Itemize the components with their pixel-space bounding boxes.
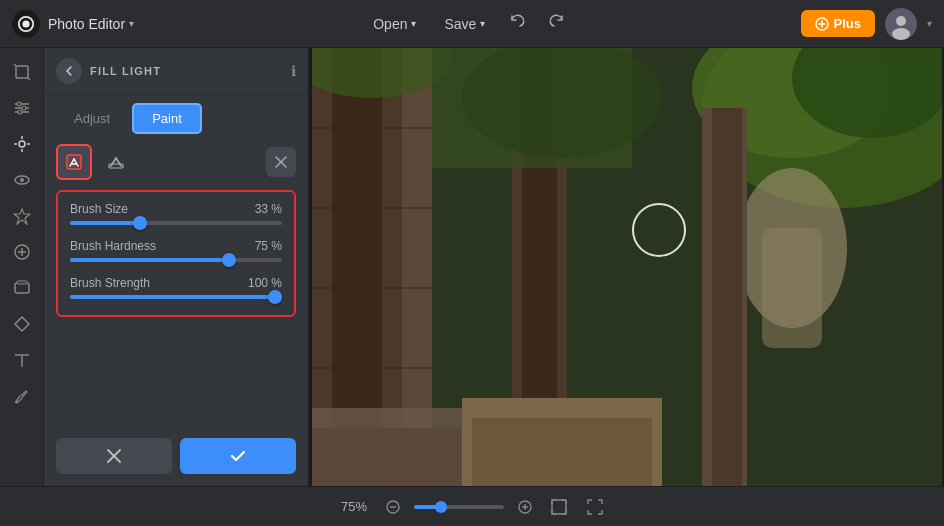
svg-point-13: [22, 106, 26, 110]
tab-paint-label: Paint: [152, 111, 182, 126]
undo-button[interactable]: [503, 8, 533, 39]
sidebar-item-effects[interactable]: [6, 128, 38, 160]
svg-rect-6: [16, 66, 28, 78]
svg-marker-22: [14, 209, 30, 224]
app-logo: [12, 10, 40, 38]
brush-strength-label: Brush Strength: [70, 276, 150, 290]
brush-tool-button[interactable]: [56, 144, 92, 180]
svg-point-21: [20, 178, 24, 182]
brush-size-thumb[interactable]: [133, 216, 147, 230]
save-label: Save: [444, 16, 476, 32]
panel-actions: [44, 426, 308, 486]
tab-adjust[interactable]: Adjust: [56, 103, 128, 134]
open-button[interactable]: Open ▾: [363, 12, 426, 36]
ok-button[interactable]: [180, 438, 296, 474]
sidebar-item-overlay[interactable]: [6, 308, 38, 340]
brush-size-fill: [70, 221, 140, 225]
brush-hardness-fill: [70, 258, 229, 262]
brush-hardness-value: 75 %: [255, 239, 282, 253]
panel-title: FILL LIGHT: [90, 65, 283, 77]
svg-point-4: [896, 16, 906, 26]
app-name: Photo Editor ▾: [48, 16, 134, 32]
photo-background: [312, 48, 942, 486]
brush-hardness-thumb[interactable]: [222, 253, 236, 267]
sidebar-item-favorites[interactable]: [6, 200, 38, 232]
svg-line-7: [14, 64, 16, 66]
panel-header: FILL LIGHT ℹ: [44, 48, 308, 95]
tab-paint[interactable]: Paint: [132, 103, 202, 134]
brush-size-value: 33 %: [255, 202, 282, 216]
app-name-text: Photo Editor: [48, 16, 125, 32]
left-sidebar: [0, 48, 44, 486]
plus-label: Plus: [834, 16, 861, 31]
panel-back-button[interactable]: [56, 58, 82, 84]
redo-button[interactable]: [541, 8, 571, 39]
photo-container: [312, 48, 942, 486]
svg-point-12: [17, 102, 21, 106]
svg-point-15: [19, 141, 25, 147]
brush-strength-thumb[interactable]: [268, 290, 282, 304]
info-icon[interactable]: ℹ: [291, 63, 296, 79]
fullscreen-button[interactable]: [582, 494, 608, 520]
canvas-area[interactable]: [309, 48, 944, 486]
brush-size-track[interactable]: [70, 221, 282, 225]
sidebar-item-brush[interactable]: [6, 380, 38, 412]
save-button[interactable]: Save ▾: [434, 12, 495, 36]
brush-strength-track[interactable]: [70, 295, 282, 299]
plus-button[interactable]: Plus: [801, 10, 875, 37]
bottom-bar: 75%: [0, 486, 944, 526]
save-chevron-icon: ▾: [480, 18, 485, 29]
sidebar-item-adjust[interactable]: [6, 92, 38, 124]
panel-tabs: Adjust Paint: [44, 95, 308, 134]
sidebar-item-layers[interactable]: [6, 272, 38, 304]
open-label: Open: [373, 16, 407, 32]
open-chevron-icon: ▾: [411, 18, 416, 29]
fit-to-screen-button[interactable]: [546, 494, 572, 520]
svg-rect-61: [472, 418, 652, 486]
svg-rect-54: [712, 108, 742, 486]
panel: FILL LIGHT ℹ Adjust Paint: [44, 48, 309, 486]
main-area: FILL LIGHT ℹ Adjust Paint: [0, 48, 944, 486]
brush-size-slider-row: Brush Size 33 %: [70, 202, 282, 225]
svg-point-5: [892, 28, 910, 40]
svg-point-14: [18, 110, 22, 114]
clear-tool-button[interactable]: [266, 147, 296, 177]
svg-line-8: [28, 78, 30, 80]
zoom-thumb[interactable]: [435, 501, 447, 513]
avatar-chevron-icon: ▾: [927, 18, 932, 29]
svg-point-30: [15, 401, 18, 404]
tab-adjust-label: Adjust: [74, 111, 110, 126]
svg-rect-27: [17, 281, 27, 284]
brush-strength-fill: [70, 295, 282, 299]
svg-rect-31: [67, 155, 81, 169]
sidebar-item-crop[interactable]: [6, 56, 38, 88]
topbar-center: Open ▾ Save ▾: [134, 8, 800, 39]
svg-point-1: [22, 20, 29, 27]
cancel-button[interactable]: [56, 438, 172, 474]
user-avatar[interactable]: [885, 8, 917, 40]
brush-size-label: Brush Size: [70, 202, 128, 216]
svg-rect-67: [552, 500, 566, 514]
brush-hardness-slider-row: Brush Hardness 75 %: [70, 239, 282, 262]
topbar-right: Plus ▾: [801, 8, 932, 40]
brush-strength-value: 100 %: [248, 276, 282, 290]
eraser-tool-button[interactable]: [98, 144, 134, 180]
zoom-value: 75%: [336, 499, 372, 514]
sidebar-item-heal[interactable]: [6, 236, 38, 268]
zoom-in-button[interactable]: [514, 496, 536, 518]
svg-rect-43: [762, 228, 822, 348]
brush-strength-slider-row: Brush Strength 100 %: [70, 276, 282, 299]
sidebar-item-view[interactable]: [6, 164, 38, 196]
brush-hardness-track[interactable]: [70, 258, 282, 262]
brush-hardness-label: Brush Hardness: [70, 239, 156, 253]
topbar: Photo Editor ▾ Open ▾ Save ▾: [0, 0, 944, 48]
sliders-section: Brush Size 33 % Brush Hardness 75 %: [56, 190, 296, 317]
zoom-out-button[interactable]: [382, 496, 404, 518]
zoom-track[interactable]: [414, 505, 504, 509]
sidebar-item-text[interactable]: [6, 344, 38, 376]
panel-tools: [44, 134, 308, 190]
